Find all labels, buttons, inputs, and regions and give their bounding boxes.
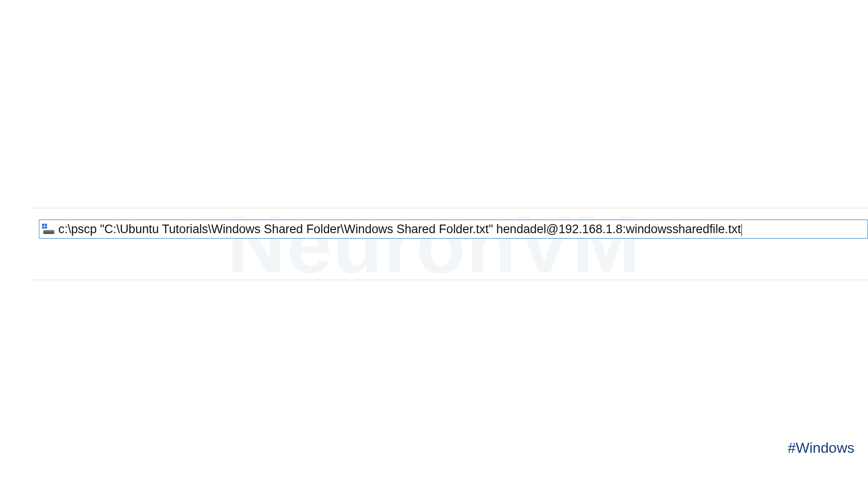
hashtag-label: #Windows (788, 440, 854, 456)
run-dialog-panel (32, 208, 868, 280)
svg-rect-3 (45, 226, 47, 229)
command-prompt-icon (42, 224, 55, 235)
svg-rect-1 (45, 224, 47, 226)
svg-rect-2 (42, 226, 44, 229)
run-command-input[interactable]: c:\pscp "C:\Ubuntu Tutorials\Windows Sha… (39, 220, 868, 239)
run-command-text: c:\pscp "C:\Ubuntu Tutorials\Windows Sha… (58, 222, 741, 236)
svg-rect-5 (43, 230, 54, 231)
run-command-row: c:\pscp "C:\Ubuntu Tutorials\Windows Sha… (39, 220, 868, 239)
text-cursor (741, 224, 742, 236)
svg-rect-0 (42, 224, 44, 226)
